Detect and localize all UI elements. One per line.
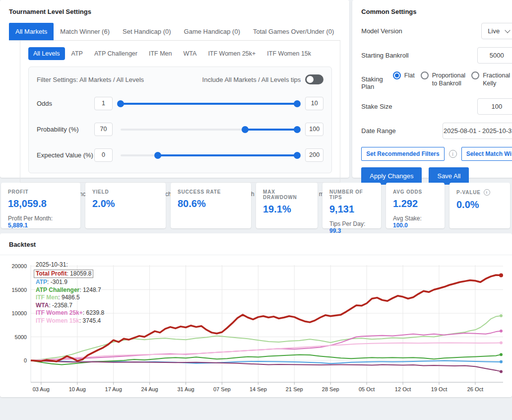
stake-size-input[interactable]: 100 bbox=[477, 98, 512, 115]
stat-card-yield: YIELD2.0% bbox=[85, 183, 166, 228]
stake-size-label: Stake Size bbox=[361, 103, 392, 110]
tooltip-row-itf-men: ITF Men: 9486.5 bbox=[36, 294, 104, 302]
stat-label: P-VALUEi bbox=[456, 189, 503, 196]
set-recommended-filters-button[interactable]: Set Recommended Filters bbox=[361, 147, 444, 161]
slider-max-input[interactable]: 100 bbox=[305, 123, 323, 136]
info-icon[interactable]: i bbox=[449, 150, 457, 158]
model-version-select[interactable]: Live bbox=[481, 23, 512, 39]
staking-plan-options: FlatProportional to BankrollFractional K… bbox=[393, 71, 512, 87]
slider-track[interactable] bbox=[121, 129, 297, 131]
svg-text:0: 0 bbox=[24, 357, 27, 363]
stat-label: MAX DRAWDOWN bbox=[263, 189, 311, 200]
backtest-title: Backtest bbox=[0, 233, 512, 255]
svg-text:20000: 20000 bbox=[11, 263, 27, 269]
stats-summary-row: PROFIT18,059.8Profit Per Month: 5,889.1Y… bbox=[0, 183, 512, 228]
apply-changes-button[interactable]: Apply Changes bbox=[361, 167, 422, 185]
slider-label: Expected Value (%) bbox=[37, 151, 94, 159]
tab-itf-women-25k+[interactable]: ITF Women 25k+ bbox=[203, 47, 260, 60]
staking-option-proportional-to-bankroll[interactable]: Proportional to Bankroll bbox=[421, 71, 466, 87]
backtest-chart[interactable]: 0500010000150002000003 Aug10 Aug17 Aug24… bbox=[0, 255, 512, 397]
stat-subtext: Profit Per Month: 5,889.1 bbox=[8, 215, 73, 229]
radio-icon[interactable] bbox=[393, 71, 401, 79]
slider-row-probability: Probability (%)70100 bbox=[37, 123, 323, 136]
chevron-down-icon bbox=[505, 27, 511, 33]
stat-label: PROFIT bbox=[8, 189, 73, 195]
slider-max-input[interactable]: 200 bbox=[305, 148, 323, 162]
slider-label: Probability (%) bbox=[37, 126, 94, 133]
svg-text:19 Oct: 19 Oct bbox=[431, 386, 447, 392]
save-all-button[interactable]: Save All bbox=[429, 167, 469, 185]
level-tabs: All LevelsATPATP ChallengerITF MenWTAITF… bbox=[28, 47, 332, 60]
staking-option-fractional-kelly[interactable]: Fractional Kelly bbox=[471, 71, 512, 87]
date-range-input[interactable]: 2025-08-01 - 2025-10-31 bbox=[443, 123, 512, 139]
series-end-dot-itf-women-25k+ bbox=[500, 330, 503, 333]
stat-label-text: PROFIT bbox=[8, 189, 28, 195]
slider-handle-right[interactable] bbox=[294, 100, 301, 107]
settings-row: Tournament Level Settings All MarketsMat… bbox=[0, 0, 512, 178]
tab-all-levels[interactable]: All Levels bbox=[28, 47, 65, 60]
tab-match-winner-6[interactable]: Match Winner (6) bbox=[54, 23, 116, 40]
svg-text:28 Sep: 28 Sep bbox=[322, 386, 339, 392]
slider-max-input[interactable]: 10 bbox=[305, 97, 323, 110]
slider-fill bbox=[245, 129, 297, 131]
tab-game-handicap-0[interactable]: Game Handicap (0) bbox=[178, 23, 247, 40]
series-end-dot-itf-women-15k bbox=[500, 341, 503, 344]
slider-fill bbox=[121, 103, 297, 105]
slider-handle-left[interactable] bbox=[154, 152, 161, 159]
slider-handle-right[interactable] bbox=[294, 126, 301, 133]
svg-text:5000: 5000 bbox=[15, 334, 27, 340]
stat-card-profit: PROFIT18,059.8Profit Per Month: 5,889.1 bbox=[1, 183, 80, 228]
slider-handle-right[interactable] bbox=[294, 152, 301, 159]
tab-wta[interactable]: WTA bbox=[179, 47, 202, 60]
tab-atp-challenger[interactable]: ATP Challenger bbox=[89, 47, 142, 60]
include-all-tips-toggle[interactable] bbox=[305, 74, 323, 84]
tooltip-row-total-profit: Total Profit: 18059.8 bbox=[34, 270, 93, 279]
slider-track[interactable] bbox=[121, 103, 297, 105]
tab-itf-men[interactable]: ITF Men bbox=[144, 47, 177, 60]
common-panel-title: Common Settings bbox=[361, 8, 512, 15]
tab-itf-women-15k[interactable]: ITF Women 15k bbox=[262, 47, 316, 60]
filter-settings-title: Filter Settings: All Markets / All Level… bbox=[37, 76, 144, 83]
tab-set-handicap-0[interactable]: Set Handicap (0) bbox=[116, 23, 178, 40]
staking-option-label: Flat bbox=[404, 71, 415, 79]
stat-value: 2.0% bbox=[92, 198, 159, 210]
svg-text:24 Aug: 24 Aug bbox=[141, 386, 158, 392]
slider-handle-left[interactable] bbox=[242, 126, 249, 133]
tab-all-markets[interactable]: All Markets bbox=[9, 23, 54, 40]
include-all-tips-label: Include All Markets / All Levels tips bbox=[202, 76, 301, 83]
stat-value: 0.0% bbox=[456, 199, 503, 210]
series-end-dot-atp bbox=[500, 360, 503, 363]
tournament-panel-title: Tournament Level Settings bbox=[9, 8, 340, 15]
slider-min-input[interactable]: 0 bbox=[94, 148, 113, 162]
stat-value: 9,131 bbox=[329, 204, 374, 215]
slider-min-input[interactable]: 1 bbox=[94, 97, 113, 110]
slider-row-odds: Odds110 bbox=[37, 97, 323, 110]
slider-label: Odds bbox=[37, 100, 94, 107]
slider-min-input[interactable]: 70 bbox=[94, 123, 113, 136]
stat-label: NUMBER OF TIPS bbox=[329, 189, 374, 200]
stat-value: 18,059.8 bbox=[8, 198, 73, 210]
starting-bankroll-input[interactable]: 5000 bbox=[477, 47, 512, 64]
tooltip-date: 2025-10-31: bbox=[36, 261, 104, 269]
stat-value: 80.6% bbox=[178, 198, 244, 210]
slider-track[interactable] bbox=[121, 154, 297, 156]
tab-total-games-over-under-0[interactable]: Total Games Over/Under (0) bbox=[247, 23, 340, 40]
stat-label: SUCCESS RATE bbox=[178, 189, 244, 195]
info-icon[interactable]: i bbox=[484, 189, 490, 196]
select-match-winner-only-button[interactable]: Select Match Winner Only bbox=[461, 147, 512, 161]
radio-icon[interactable] bbox=[471, 71, 479, 79]
staking-option-label: Proportional to Bankroll bbox=[432, 71, 466, 87]
tab-atp[interactable]: ATP bbox=[66, 47, 88, 60]
stat-label-text: AVG ODDS bbox=[393, 189, 422, 195]
staking-option-label: Fractional Kelly bbox=[483, 71, 512, 87]
slider-handle-left[interactable] bbox=[117, 100, 124, 107]
radio-icon[interactable] bbox=[421, 71, 429, 79]
tournament-level-settings-panel: Tournament Level Settings All MarketsMat… bbox=[0, 0, 349, 178]
series-line-wta bbox=[31, 360, 501, 371]
tooltip-row-itf-women-15k: ITF Women 15k: 3745.4 bbox=[36, 317, 104, 325]
staking-option-flat[interactable]: Flat bbox=[393, 71, 415, 79]
model-version-value: Live bbox=[488, 27, 500, 35]
market-tabs: All MarketsMatch Winner (6)Set Handicap … bbox=[9, 23, 340, 41]
svg-text:17 Aug: 17 Aug bbox=[105, 386, 122, 392]
stat-value: 19.1% bbox=[263, 204, 311, 215]
